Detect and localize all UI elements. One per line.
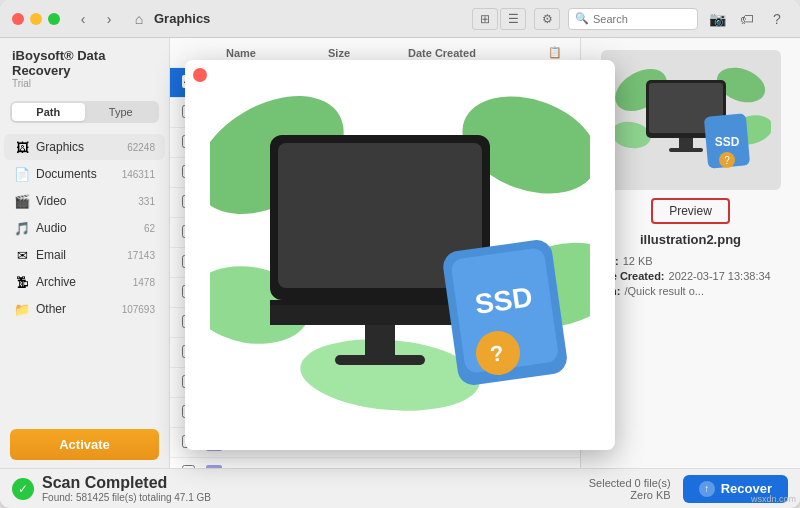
scan-subtitle: Found: 581425 file(s) totaling 47.1 GB <box>42 492 211 503</box>
search-icon: 🔍 <box>575 12 589 25</box>
sidebar-item-label: Audio <box>36 221 144 235</box>
grid-view-button[interactable]: ⊞ <box>472 8 498 30</box>
view-toggle: ⊞ ☰ <box>472 8 526 30</box>
sidebar-item-graphics[interactable]: 🖼 Graphics 62248 <box>4 134 165 160</box>
svg-text:SSD: SSD <box>714 135 739 149</box>
sidebar-item-audio[interactable]: 🎵 Audio 62 <box>4 215 165 241</box>
sidebar-item-count: 62 <box>144 223 155 234</box>
table-row[interactable]: R repair-... <box>170 458 580 468</box>
preview-date-row: Date Created: 2022-03-17 13:38:34 <box>593 270 788 282</box>
sidebar-item-count: 107693 <box>122 304 155 315</box>
big-preview-close-button[interactable] <box>193 68 207 82</box>
svg-rect-6 <box>679 138 693 148</box>
preview-thumbnail: SSD ? <box>601 50 781 190</box>
tab-type[interactable]: Type <box>85 103 158 121</box>
date-col: Date Created <box>408 47 548 59</box>
name-col: Name <box>226 47 328 59</box>
selected-size: Zero KB <box>589 489 671 501</box>
date-value: 2022-03-17 13:38:34 <box>669 270 771 282</box>
video-icon: 🎬 <box>14 193 30 209</box>
traffic-lights <box>12 13 60 25</box>
maximize-button[interactable] <box>48 13 60 25</box>
big-preview-overlay: SSD ? <box>185 60 615 450</box>
window-title: Graphics <box>154 11 210 26</box>
sidebar-header: iBoysoft® Data Recovery Trial <box>0 38 169 95</box>
scan-status: ✓ Scan Completed Found: 581425 file(s) t… <box>12 474 211 503</box>
sidebar-item-label: Archive <box>36 275 133 289</box>
action-col: 📋 <box>548 46 568 59</box>
big-preview-illustration: SSD ? <box>210 85 590 425</box>
app-name: iBoysoft® Data Recovery <box>12 48 157 78</box>
minimize-button[interactable] <box>30 13 42 25</box>
sidebar-item-other[interactable]: 📁 Other 107693 <box>4 296 165 322</box>
sidebar-item-video[interactable]: 🎬 Video 331 <box>4 188 165 214</box>
graphics-icon: 🖼 <box>14 139 30 155</box>
status-bar: ✓ Scan Completed Found: 581425 file(s) t… <box>0 468 800 508</box>
sidebar-tabs: Path Type <box>10 101 159 123</box>
sidebar-item-documents[interactable]: 📄 Documents 146311 <box>4 161 165 187</box>
sidebar-item-count: 17143 <box>127 250 155 261</box>
sidebar-item-email[interactable]: ✉ Email 17143 <box>4 242 165 268</box>
documents-icon: 📄 <box>14 166 30 182</box>
preview-path-row: Path: /Quick result o... <box>593 285 788 297</box>
svg-rect-22 <box>335 355 425 365</box>
sidebar-item-label: Other <box>36 302 122 316</box>
other-icon: 📁 <box>14 301 30 317</box>
activate-section: Activate <box>10 429 159 460</box>
sidebar: iBoysoft® Data Recovery Trial Path Type … <box>0 38 170 468</box>
sidebar-item-count: 62248 <box>127 142 155 153</box>
close-button[interactable] <box>12 13 24 25</box>
selected-info: Selected 0 file(s) Zero KB <box>589 477 671 501</box>
scan-info: Scan Completed Found: 581425 file(s) tot… <box>42 474 211 503</box>
preview-size-row: Size: 12 KB <box>593 255 788 267</box>
email-icon: ✉ <box>14 247 30 263</box>
svg-rect-7 <box>669 148 703 152</box>
sidebar-item-label: Video <box>36 194 138 208</box>
preview-meta: Size: 12 KB Date Created: 2022-03-17 13:… <box>593 255 788 300</box>
sidebar-item-label: Documents <box>36 167 122 181</box>
recover-icon: ↑ <box>699 481 715 497</box>
sidebar-item-label: Email <box>36 248 127 262</box>
help-icon-button[interactable]: ? <box>766 8 788 30</box>
back-button[interactable]: ‹ <box>72 8 94 30</box>
preview-illustration: SSD ? <box>611 60 771 180</box>
watermark: wsxdn.com <box>751 494 796 504</box>
filter-button[interactable]: ⚙ <box>534 8 560 30</box>
scan-title: Scan Completed <box>42 474 211 492</box>
audio-icon: 🎵 <box>14 220 30 236</box>
selected-label: Selected 0 file(s) <box>589 477 671 489</box>
scan-complete-icon: ✓ <box>12 478 34 500</box>
path-value: /Quick result o... <box>625 285 704 297</box>
forward-button[interactable]: › <box>98 8 120 30</box>
sidebar-items: 🖼 Graphics 62248 📄 Documents 146311 🎬 Vi… <box>0 129 169 421</box>
search-box: 🔍 <box>568 8 698 30</box>
archive-icon: 🗜 <box>14 274 30 290</box>
tab-path[interactable]: Path <box>12 103 85 121</box>
tag-icon-button[interactable]: 🏷 <box>736 8 758 30</box>
sidebar-item-count: 1478 <box>133 277 155 288</box>
toolbar-right: ⊞ ☰ ⚙ 🔍 📷 🏷 ? <box>472 8 788 30</box>
title-bar: ‹ › ⌂ Graphics ⊞ ☰ ⚙ 🔍 📷 🏷 ? <box>0 0 800 38</box>
sidebar-item-label: Graphics <box>36 140 127 154</box>
activate-button[interactable]: Activate <box>10 429 159 460</box>
camera-icon-button[interactable]: 📷 <box>706 8 728 30</box>
preview-button[interactable]: Preview <box>651 198 730 224</box>
nav-buttons: ‹ › <box>72 8 120 30</box>
sidebar-item-count: 146311 <box>122 169 155 180</box>
sidebar-item-count: 331 <box>138 196 155 207</box>
sidebar-item-archive[interactable]: 🗜 Archive 1478 <box>4 269 165 295</box>
app-trial: Trial <box>12 78 157 89</box>
list-view-button[interactable]: ☰ <box>500 8 526 30</box>
home-button[interactable]: ⌂ <box>128 8 150 30</box>
size-value: 12 KB <box>623 255 653 267</box>
svg-text:?: ? <box>724 155 730 166</box>
search-input[interactable] <box>593 13 691 25</box>
preview-filename: illustration2.png <box>640 232 741 247</box>
size-col: Size <box>328 47 408 59</box>
svg-rect-21 <box>365 325 395 355</box>
